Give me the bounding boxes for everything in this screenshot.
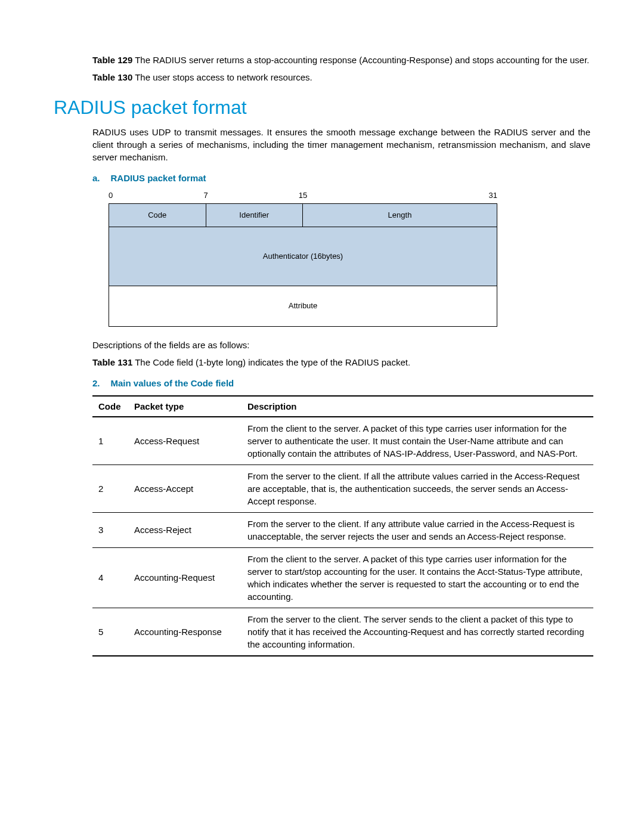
field-authenticator: Authenticator (16bytes)	[109, 227, 497, 286]
cell-type: Accounting-Request	[128, 547, 242, 608]
table-ref-129: Table 129 The RADIUS server returns a st…	[92, 54, 590, 66]
table-ref-130: Table 130 The user stops access to netwo…	[92, 71, 590, 83]
code-values-table: Code Packet type Description 1 Access-Re…	[92, 395, 593, 657]
table-row: 5 Accounting-Response From the server to…	[92, 608, 593, 656]
cell-type: Access-Request	[128, 417, 242, 465]
cell-type: Accounting-Response	[128, 608, 242, 656]
subheading-2: 2.Main values of the Code field	[92, 377, 590, 389]
cell-type: Access-Accept	[128, 465, 242, 512]
field-code: Code	[109, 204, 206, 227]
cell-code: 1	[92, 417, 128, 465]
bit-15: 15	[299, 190, 489, 201]
cell-type: Access-Reject	[128, 512, 242, 547]
packet-attribute-row: Attribute	[109, 286, 497, 326]
cell-desc: From the server to the client. If any at…	[242, 512, 593, 547]
document-page: Table 129 The RADIUS server returns a st…	[0, 0, 644, 716]
cell-desc: From the client to the server. A packet …	[242, 417, 593, 465]
bit-31: 31	[489, 190, 497, 201]
packet-authenticator-row: Authenticator (16bytes)	[109, 227, 497, 286]
table-row: 2 Access-Accept From the server to the c…	[92, 465, 593, 512]
table-131-label: Table 131	[92, 357, 132, 367]
cell-code: 3	[92, 512, 128, 547]
table-129-label: Table 129	[92, 55, 132, 65]
bit-7: 7	[203, 190, 298, 201]
table-130-label: Table 130	[92, 72, 132, 82]
table-row: 1 Access-Request From the client to the …	[92, 417, 593, 465]
field-descriptions-intro: Descriptions of the fields are as follow…	[92, 339, 590, 351]
header-desc: Description	[242, 396, 593, 417]
table-header-row: Code Packet type Description	[92, 396, 593, 417]
cell-code: 4	[92, 547, 128, 608]
intro-paragraph: RADIUS uses UDP to transmit messages. It…	[92, 126, 590, 163]
table-row: 4 Accounting-Request From the client to …	[92, 547, 593, 608]
table-130-text: The user stops access to network resourc…	[132, 72, 312, 82]
cell-desc: From the server to the client. The serve…	[242, 608, 593, 656]
field-identifier: Identifier	[206, 204, 304, 227]
subheading-2-text: Main values of the Code field	[111, 378, 234, 388]
subheading-2-marker: 2.	[92, 378, 100, 388]
table-129-text: The RADIUS server returns a stop-account…	[132, 55, 589, 65]
table-row: 3 Access-Reject From the server to the c…	[92, 512, 593, 547]
bit-ruler: 0 7 15 31	[109, 190, 497, 201]
subheading-a: a.RADIUS packet format	[92, 172, 590, 184]
field-attribute: Attribute	[109, 286, 497, 326]
bit-0: 0	[109, 190, 203, 201]
subheading-a-text: RADIUS packet format	[111, 173, 206, 183]
packet-header-row: Code Identifier Length	[109, 204, 497, 227]
subheading-a-marker: a.	[92, 173, 100, 183]
packet-format-diagram: 0 7 15 31 Code Identifier Length Authent…	[109, 190, 590, 327]
header-code: Code	[92, 396, 128, 417]
table-ref-131: Table 131 The Code field (1-byte long) i…	[92, 356, 590, 368]
cell-desc: From the server to the client. If all th…	[242, 465, 593, 512]
packet-box: Code Identifier Length Authenticator (16…	[109, 203, 497, 327]
cell-code: 2	[92, 465, 128, 512]
section-heading: RADIUS packet format	[54, 94, 590, 121]
table-131-text: The Code field (1-byte long) indicates t…	[132, 357, 410, 367]
cell-desc: From the client to the server. A packet …	[242, 547, 593, 608]
header-type: Packet type	[128, 396, 242, 417]
cell-code: 5	[92, 608, 128, 656]
field-length: Length	[303, 204, 497, 227]
